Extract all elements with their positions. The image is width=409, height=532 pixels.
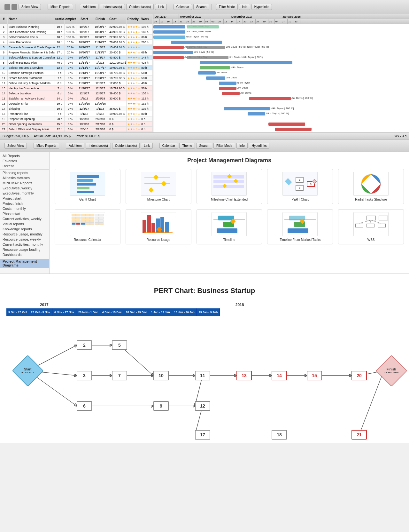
r-search-button[interactable]: Search bbox=[196, 143, 212, 149]
cell-finish: 10/20/17 bbox=[92, 24, 108, 29]
table-row[interactable]: 3 Select Business Focus 10 d 100 % 10/9/… bbox=[0, 35, 153, 40]
table-row[interactable]: 9 Select Products & Services 12 d 0 % 11… bbox=[0, 65, 153, 70]
cell-complete: 100 % bbox=[65, 29, 76, 34]
r-theme-button[interactable]: Theme bbox=[179, 143, 195, 149]
cell-start: 2/6/18 bbox=[76, 127, 92, 131]
r-hyperlinks-button[interactable]: Hyperlinks bbox=[249, 143, 270, 149]
cell-name: Order opening inventories bbox=[8, 122, 55, 126]
table-row[interactable]: 1 Start Business Planning 10 d 100 % 10/… bbox=[0, 24, 153, 29]
gantt-bar bbox=[171, 41, 222, 44]
table-row[interactable]: 6 Prepare Financial Statement & Balance … bbox=[0, 50, 153, 55]
diagram-thumb-gantt bbox=[70, 172, 105, 196]
sidebar-item-favorites[interactable]: Favorites bbox=[0, 158, 49, 163]
r-info-button[interactable]: Info bbox=[236, 143, 248, 149]
sidebar-item-resource-loading[interactable]: Resource usage loading bbox=[0, 247, 49, 252]
sidebar-item-all-tasks[interactable]: All tasks statuses bbox=[0, 175, 49, 180]
sidebar-item-dashboards[interactable]: Dashboards bbox=[0, 252, 49, 257]
r-micro-reports-button[interactable]: Micro Reports bbox=[34, 143, 59, 149]
calendar-button[interactable]: Calendar bbox=[174, 4, 192, 10]
micro-reports-button[interactable]: Micro Reports bbox=[48, 4, 73, 10]
table-row[interactable]: 19 Prepare for Opening 20 d 0 % 1/29/18 … bbox=[0, 116, 153, 122]
sidebar-item-costs-monthly[interactable]: Costs, monthly bbox=[0, 206, 49, 211]
diagram-card-wbs[interactable]: WBS bbox=[338, 209, 404, 244]
table-row[interactable]: 18 Personnel Plan 7 d 0 % 1/1/18 1/5/18 … bbox=[0, 111, 153, 116]
r-select-view-button[interactable]: Select View bbox=[4, 143, 27, 149]
cell-priority: ★★★☆☆ bbox=[127, 96, 141, 101]
table-row[interactable]: 21 Set-up Office and Display Areas 12 d … bbox=[0, 127, 153, 132]
sidebar-item-current-weekly[interactable]: Current activities, weekly bbox=[0, 216, 49, 221]
day-col: 18 bbox=[173, 19, 179, 24]
diagram-card-radial[interactable]: Radial Tasks Structure bbox=[338, 169, 404, 204]
table-row[interactable]: 17 Shipping 19 d 0 % 12/4/17 1/1/18 36,0… bbox=[0, 106, 153, 111]
diagram-card-timeline_marked[interactable]: Timeline From Marked Tasks bbox=[267, 209, 333, 244]
sidebar-item-project-start[interactable]: Project start bbox=[0, 196, 49, 201]
table-row[interactable]: 13 Identify the Competition 7 d 0 % 11/2… bbox=[0, 86, 153, 91]
search-button[interactable]: Search bbox=[193, 4, 209, 10]
cell-complete: 0 % bbox=[65, 127, 76, 131]
sidebar-item-mindmap[interactable]: MINDMAP Reports bbox=[0, 180, 49, 186]
r-indent-button[interactable]: Indent task(s) bbox=[86, 143, 111, 149]
col-header-comp: Complete bbox=[65, 14, 76, 24]
sidebar-item-phase-start[interactable]: Phase start bbox=[0, 211, 49, 216]
filter-mode-button[interactable]: Filter Mode bbox=[216, 4, 238, 10]
table-row[interactable]: 4 Initial Preparation 20 d 13 % 10/20/17… bbox=[0, 40, 153, 45]
sidebar-item-all-reports[interactable]: All Reports bbox=[0, 153, 49, 158]
diagram-card-gantt[interactable]: Gantt Chart bbox=[55, 169, 120, 204]
pert-node-18: 18 bbox=[272, 430, 287, 440]
r-filter-button[interactable]: Filter Mode bbox=[213, 143, 235, 149]
day-col: 10 bbox=[288, 19, 294, 24]
table-row[interactable]: 12 Define Industry & Target Markets 8 d … bbox=[0, 81, 153, 86]
sidebar-item-visual[interactable]: Visual reports bbox=[0, 221, 49, 226]
cell-name: Prepare Financial Statement & Balance Sh… bbox=[8, 50, 55, 55]
diagram-card-timeline[interactable]: Timeline bbox=[197, 209, 262, 244]
info-button[interactable]: Info bbox=[239, 4, 250, 10]
diagram-card-milestone[interactable]: Milestone Chart bbox=[126, 169, 191, 204]
outdent-button[interactable]: Outdent task(s) bbox=[126, 4, 154, 10]
sidebar-item-project-finish[interactable]: Project finish bbox=[0, 201, 49, 206]
table-row[interactable]: 14 Select a Location 8 d 0 % 12/1/17 12/… bbox=[0, 91, 153, 96]
table-row[interactable]: 20 Order opening inventories 15 d 0 % 1/… bbox=[0, 122, 153, 127]
sidebar-item-planning[interactable]: Planning reports bbox=[0, 170, 49, 175]
sidebar-item-pm-diagrams[interactable]: Project Management Diagrams bbox=[0, 259, 49, 268]
table-row[interactable]: 11 Create Mission Statement 7 d 0 % 11/2… bbox=[0, 75, 153, 81]
r-outdent-button[interactable]: Outdent task(s) bbox=[112, 143, 140, 149]
pert-node-9: 9 bbox=[153, 401, 169, 411]
sidebar-item-executives-monthly[interactable]: Executives, monthly bbox=[0, 191, 49, 196]
diagram-card-resource_cal[interactable]: Resource Calendar bbox=[55, 209, 120, 244]
sidebar-item-current-monthly[interactable]: Current activities, monthly bbox=[0, 242, 49, 247]
col-header-work: Work bbox=[140, 14, 153, 24]
diagram-card-pert[interactable]: 2 3 5 PERT Chart bbox=[267, 169, 333, 204]
cell-cost: 20,400 $ bbox=[108, 50, 127, 55]
add-item-button[interactable]: Add Item bbox=[80, 4, 98, 10]
sidebar-item-executives-weekly[interactable]: Executives, weekly bbox=[0, 186, 49, 191]
gantt-bar bbox=[187, 56, 228, 59]
pert-node-6: 6 bbox=[77, 401, 92, 411]
cell-duration: 20 d bbox=[55, 40, 65, 44]
link-button[interactable]: Link bbox=[155, 4, 166, 10]
sidebar-item-recent[interactable]: Recent bbox=[0, 163, 49, 169]
table-row[interactable]: 16 Operations Plan 19 d 0 % 11/28/15 12/… bbox=[0, 101, 153, 106]
r-add-item-button[interactable]: Add Item bbox=[66, 143, 84, 149]
cell-start: 10/9/17 bbox=[76, 29, 92, 34]
indent-button[interactable]: Indent task(s) bbox=[100, 4, 125, 10]
table-row[interactable]: 7 Select Advisors & Support Consultants … bbox=[0, 55, 153, 60]
table-row[interactable]: 15 Establish an Advisory Board 14 d 0 % … bbox=[0, 96, 153, 101]
cell-priority: ★★☆☆☆ bbox=[127, 122, 141, 126]
r-calendar-button[interactable]: Calendar bbox=[159, 143, 178, 149]
table-row[interactable]: 5 Research Business & Trade Organization… bbox=[0, 45, 153, 50]
diagram-card-resource_usage[interactable]: Resource Usage bbox=[126, 209, 191, 244]
cell-name: Initial Preparation bbox=[8, 40, 55, 44]
table-row[interactable]: 8 Outline Business Plan 40 d 0 % 11/14/1… bbox=[0, 60, 153, 65]
diagram-card-milestone_ext[interactable]: Milestone Chart Extended bbox=[197, 169, 262, 204]
sidebar-item-resource-weekly[interactable]: Resource usage, weekly bbox=[0, 237, 49, 242]
table-row[interactable]: 2 Idea Generation and Refining 10 d 100 … bbox=[0, 29, 153, 35]
cell-complete: 0 % bbox=[65, 70, 76, 75]
sidebar-item-resource-monthly[interactable]: Resource usage, monthly bbox=[0, 232, 49, 237]
select-view-button[interactable]: Select View bbox=[19, 4, 41, 10]
cell-finish: 12/8/17 bbox=[92, 91, 108, 96]
hyperlinks-button[interactable]: Hyperlinks bbox=[251, 4, 272, 10]
cell-complete: 0 % bbox=[65, 96, 76, 101]
table-row[interactable]: 10 Establish Strategic Position 7 d 0 % … bbox=[0, 70, 153, 75]
sidebar-item-knowledge[interactable]: Knowledge reports bbox=[0, 226, 49, 232]
r-link-button[interactable]: Link bbox=[141, 143, 152, 149]
